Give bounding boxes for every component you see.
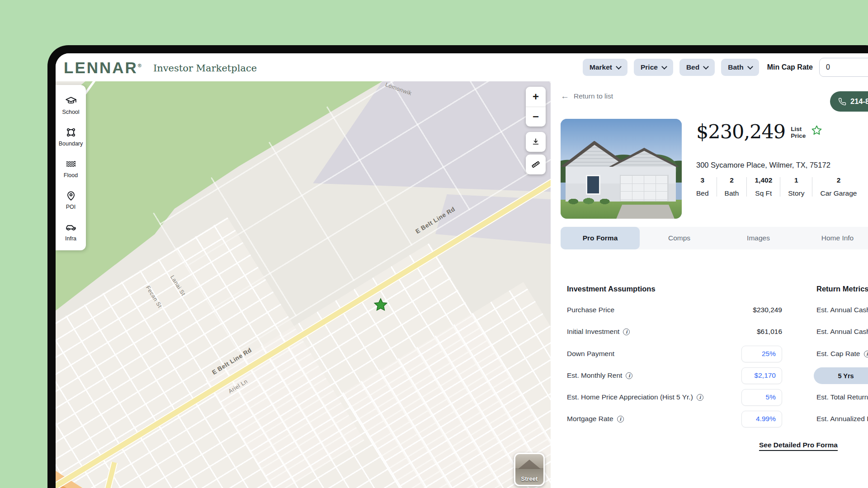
phone-call-button[interactable]: 214-894 <box>830 91 868 112</box>
filter-bar: Market Price Bed Bath Min Cap Rate <box>583 53 868 81</box>
bed-filter-dropdown[interactable]: Bed <box>679 59 715 76</box>
property-address: 300 Sycamore Place, Wilmer, TX, 75172 <box>696 161 830 169</box>
layer-toggle-school[interactable]: School <box>56 89 86 121</box>
download-map-button[interactable] <box>526 132 546 152</box>
row-monthly-rent: Est. Monthly Rent i <box>567 366 782 385</box>
boundary-icon <box>65 127 77 138</box>
zoom-in-button[interactable]: + <box>526 87 546 107</box>
metric-annual-cash-1: Est. Annual Cash <box>816 301 868 319</box>
down-payment-input[interactable] <box>741 346 782 362</box>
info-icon[interactable]: i <box>626 372 632 379</box>
info-icon[interactable]: i <box>864 351 868 357</box>
price-filter-dropdown[interactable]: Price <box>634 59 673 76</box>
layer-toggle-infra[interactable]: Infra <box>56 216 86 248</box>
lennar-logo[interactable]: LENNAR® <box>64 60 142 75</box>
price-block: $230,249 List Price <box>696 122 822 141</box>
app-title: Investor Marketplace <box>153 63 257 74</box>
photo-driveway <box>616 205 675 219</box>
photo-window <box>586 175 600 195</box>
tab-home-info[interactable]: Home Info <box>798 227 868 249</box>
bath-filter-dropdown[interactable]: Bath <box>721 59 759 76</box>
app-window: LENNAR® Investor Marketplace Market Pric… <box>56 53 868 488</box>
detail-tabs: Pro Forma Comps Images Home Info <box>561 227 868 249</box>
mortgage-rate-input[interactable] <box>741 411 782 427</box>
metric-total-return: Est. Total Return <box>816 388 868 406</box>
horizon-toggle-5yrs[interactable]: 5 Yrs <box>814 367 868 384</box>
assumptions-title: Investment Assumptions <box>567 285 656 293</box>
stat-story: 1Story <box>780 176 812 197</box>
stat-garage: 2Car Garage <box>812 176 864 197</box>
map-pin-icon <box>65 190 77 202</box>
min-cap-rate-label: Min Cap Rate <box>767 63 813 71</box>
listing-detail-panel: ← Return to list 214-894 <box>551 81 868 488</box>
phone-icon <box>838 98 846 106</box>
row-down-payment: Down Payment <box>567 345 782 363</box>
layer-toggle-boundary[interactable]: Boundary <box>56 121 86 153</box>
market-filter-dropdown[interactable]: Market <box>583 59 627 76</box>
metric-annualized-return: Est. Annualized R <box>816 410 868 428</box>
list-price-value: $230,249 <box>696 122 785 141</box>
basemap-thumbnail <box>518 460 541 469</box>
monthly-rent-input[interactable] <box>741 367 782 384</box>
row-purchase-price: Purchase Price $230,249 <box>567 301 782 319</box>
info-icon[interactable]: i <box>617 416 624 422</box>
photo-shrubs <box>568 197 614 205</box>
map-layer-sidebar: School Boundary <box>56 85 86 250</box>
row-mortgage-rate: Mortgage Rate i <box>567 410 782 428</box>
photo-garage-door <box>620 175 668 202</box>
waves-icon <box>65 158 77 170</box>
chevron-down-icon <box>747 64 753 70</box>
tab-images[interactable]: Images <box>719 227 798 249</box>
zoom-out-button[interactable]: − <box>526 107 546 127</box>
top-header: LENNAR® Investor Marketplace Market Pric… <box>56 53 868 81</box>
chevron-down-icon <box>703 64 709 70</box>
map-canvas[interactable]: E Belt Line Rd E Belt Line Rd Ariel Ln F… <box>56 81 551 488</box>
stat-bath: 2Bath <box>717 176 747 197</box>
stat-sqft: 1,402Sq Ft <box>747 176 780 197</box>
zoom-control-group: + − <box>526 87 546 127</box>
appreciation-input[interactable] <box>741 389 782 406</box>
property-star-marker[interactable] <box>373 297 388 313</box>
property-stats-row: 3Bed 2Bath 1,402Sq Ft 1Story <box>696 176 864 197</box>
device-frame: LENNAR® Investor Marketplace Market Pric… <box>47 45 868 488</box>
measure-button[interactable] <box>526 155 546 174</box>
stat-bed: 3Bed <box>696 176 717 197</box>
property-photo[interactable] <box>561 119 682 219</box>
registered-mark: ® <box>138 63 142 68</box>
info-icon[interactable]: i <box>697 394 703 401</box>
info-icon[interactable]: i <box>623 328 630 335</box>
vehicle-icon <box>65 221 77 233</box>
tab-pro-forma[interactable]: Pro Forma <box>561 227 640 249</box>
return-to-list-link[interactable]: ← Return to list <box>561 92 613 100</box>
tab-comps[interactable]: Comps <box>640 227 719 249</box>
graduation-cap-icon <box>65 95 77 107</box>
row-home-price-appreciation: Est. Home Price Appreciation (Hist 5 Yr.… <box>567 388 782 406</box>
metric-annual-cash-2: Est. Annual Cash <box>816 323 868 341</box>
ruler-icon <box>531 160 541 169</box>
arrow-left-icon: ← <box>561 92 569 100</box>
metric-cap-rate: Est. Cap Rate i <box>816 345 868 363</box>
min-cap-rate-input[interactable] <box>819 58 868 77</box>
download-icon <box>531 137 540 146</box>
row-initial-investment: Initial Investment i $61,016 <box>567 323 782 341</box>
basemap-style-toggle[interactable]: Street <box>514 453 545 486</box>
see-detailed-pro-forma-link[interactable]: See Detailed Pro Forma <box>748 441 849 449</box>
list-price-label: List Price <box>791 126 806 140</box>
metrics-title: Return Metrics <box>816 285 868 293</box>
chevron-down-icon <box>661 64 667 70</box>
layer-toggle-flood[interactable]: Flood <box>56 153 86 184</box>
favorite-star-button[interactable] <box>811 125 822 138</box>
layer-toggle-poi[interactable]: POI <box>56 184 86 216</box>
chevron-down-icon <box>616 64 622 70</box>
